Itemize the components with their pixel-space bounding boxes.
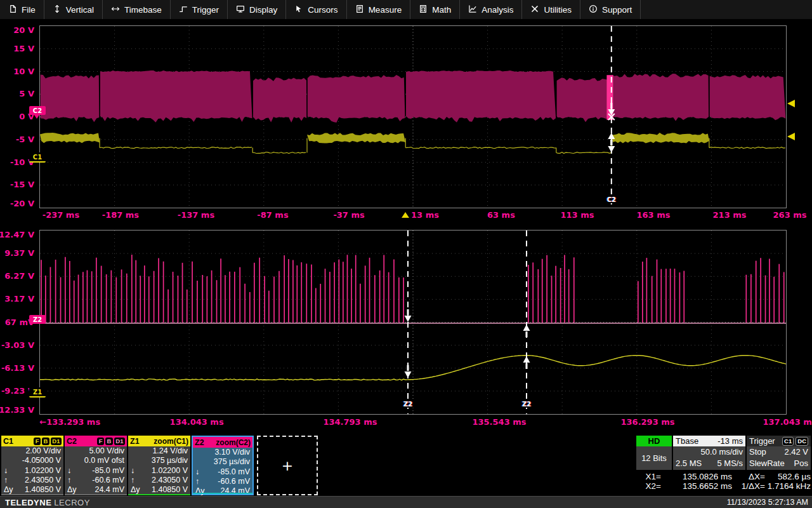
- menu-item-cursors[interactable]: Cursors: [286, 0, 346, 19]
- descriptor-box-c1[interactable]: C1FBD12.00 V/div-4.05000 V↓1.02200 V↑2.4…: [1, 436, 63, 495]
- datetime: 11/13/2023 5:27:13 AM: [727, 498, 808, 507]
- descriptor-row: 3.10 V/div: [193, 448, 252, 457]
- right-level-marker-1[interactable]: [787, 100, 795, 107]
- descriptor-box-c2[interactable]: C2FBD15.00 V/div0.0 mV ofst↓-85.0 mV↑-60…: [65, 436, 127, 495]
- trigger-summary-box[interactable]: Trigger C1 DC Stop 2.42 V SlewRate Pos: [747, 436, 811, 470]
- trace-badge-d1: D1: [51, 438, 62, 445]
- add-trace-box[interactable]: +: [257, 436, 318, 495]
- row-value: 1.02200 V: [25, 466, 61, 476]
- main-plot[interactable]: C2: [39, 25, 787, 208]
- descriptor-header-z2: Z2zoom(C2): [193, 437, 252, 448]
- trace-chip-c2[interactable]: C2: [29, 106, 46, 115]
- descriptor-row: ↑2.43050 V: [1, 476, 63, 485]
- row-value: -85.0 mV: [218, 467, 250, 477]
- descriptor-row: ↓-85.0 mV: [65, 466, 127, 476]
- trace-chip-c1[interactable]: C1: [29, 152, 46, 163]
- display-icon: [236, 4, 245, 15]
- timebase-summary-box[interactable]: Tbase -13 ms 50.0 ms/div 2.5 MS 5 MS/s: [673, 436, 745, 470]
- trace-badge-b: B: [42, 438, 49, 445]
- readout-value: 1.7164 kHz: [765, 481, 811, 491]
- c2-zero-marker: [34, 115, 39, 121]
- descriptor-box-z2[interactable]: Z2zoom(C2)3.10 V/div375 µs/div↓-85.0 mV↑…: [192, 436, 254, 495]
- descriptor-row: Δy24.4 mV: [193, 486, 252, 496]
- zoom-cursor-label-2[interactable]: Z2: [521, 401, 532, 408]
- trigger-position-marker[interactable]: [402, 208, 409, 218]
- menu-item-analysis[interactable]: Analysis: [460, 0, 522, 19]
- readout-value: X2=: [636, 481, 661, 491]
- main-x-tick: -187 ms: [102, 210, 139, 220]
- main-x-tick: -137 ms: [178, 210, 214, 220]
- menu-item-label: Vertical: [66, 5, 94, 15]
- menu-item-display[interactable]: Display: [228, 0, 286, 19]
- descriptor-row: ↓1.02200 V: [128, 466, 190, 476]
- main-x-tick: -237 ms: [43, 210, 79, 220]
- trace-id: Z1: [130, 437, 140, 446]
- trace-id: C2: [67, 437, 77, 446]
- zoom-x-tick: 134.043 ms: [170, 417, 224, 427]
- descriptor-row: 5.00 V/div: [65, 446, 127, 456]
- trace-badge-d1: D1: [114, 438, 125, 445]
- trace-state-underline: [193, 493, 252, 494]
- zoom-plot-y-axis: 12.47 V9.37 V6.27 V3.17 V67 mV-3.03 V-6.…: [0, 0, 37, 432]
- trigger-title: Trigger: [749, 436, 775, 446]
- row-value: 5.00 V/div: [89, 446, 124, 456]
- descriptor-box-z1[interactable]: Z1zoom(C1)1.24 V/div375 µs/div↓1.02200 V…: [128, 436, 190, 495]
- menu-item-timebase[interactable]: Timebase: [103, 0, 171, 19]
- measure-icon: [355, 4, 364, 15]
- menu-item-trigger[interactable]: Trigger: [171, 0, 228, 19]
- utilities-tools-icon: [530, 4, 539, 15]
- trace-chip-z2[interactable]: Z2: [29, 315, 46, 324]
- oscilloscope-screen: FileVerticalTimebaseTriggerDisplayCursor…: [0, 0, 812, 508]
- menu-item-label: Cursors: [308, 5, 337, 15]
- main-x-tick: 263 ms: [773, 210, 807, 220]
- trigger-coupling-badge: DC: [796, 437, 808, 446]
- readout-value: ΔX=: [732, 472, 765, 481]
- vertical-arrows-icon: [53, 4, 62, 15]
- readout-row: X2=135.6652 ms1/ΔX=1.7164 kHz: [636, 481, 812, 491]
- row-label: Δy: [195, 486, 205, 496]
- row-value: 375 µs/div: [152, 456, 188, 465]
- trace-badge-f: F: [34, 438, 41, 445]
- zoom-cursor-label-1[interactable]: Z2: [402, 401, 414, 408]
- main-x-tick: 13 ms: [411, 210, 439, 220]
- zoom-y-tick: -12.33 V: [0, 405, 34, 415]
- menu-item-label: Measure: [369, 5, 402, 15]
- descriptor-row: 375 µs/div: [128, 456, 190, 465]
- readout-value: 135.6652 ms: [661, 481, 732, 491]
- menu-item-label: Support: [602, 5, 632, 15]
- trace-chip-z1[interactable]: Z1: [29, 387, 46, 398]
- row-value: 1.24 V/div: [152, 446, 188, 456]
- tbase-rate: 5 MS/s: [717, 458, 743, 469]
- zoom-plot[interactable]: Z2Z2: [39, 230, 787, 415]
- trace-state-underline: [1, 494, 63, 495]
- tbase-delay: -13 ms: [717, 436, 743, 446]
- right-level-marker-2[interactable]: [787, 133, 795, 140]
- descriptor-row: ↓1.02200 V: [1, 466, 63, 476]
- zoom-y-tick: 6.27 V: [4, 271, 34, 281]
- horizontal-arrows-icon: [111, 4, 120, 15]
- menu-item-label: Utilities: [544, 5, 572, 15]
- row-label: ↑: [4, 476, 8, 485]
- main-cursor-label[interactable]: C2: [606, 196, 617, 203]
- menu-item-support[interactable]: Support: [580, 0, 641, 19]
- main-x-tick: 163 ms: [636, 210, 670, 220]
- row-label: ↓: [131, 466, 134, 476]
- menu-item-utilities[interactable]: Utilities: [522, 0, 580, 19]
- trace-badge-b: B: [105, 438, 113, 445]
- main-x-tick: 213 ms: [713, 210, 747, 220]
- descriptor-row: ↑-60.6 mV: [193, 477, 252, 486]
- row-value: 3.10 V/div: [214, 448, 250, 457]
- row-value: 2.43050 V: [25, 476, 61, 485]
- menu-bar: FileVerticalTimebaseTriggerDisplayCursor…: [0, 0, 812, 19]
- row-value: 2.43050 V: [152, 476, 188, 485]
- add-trace-icon: +: [282, 458, 293, 474]
- menu-item-measure[interactable]: Measure: [347, 0, 411, 19]
- menu-item-math[interactable]: Math: [410, 0, 460, 19]
- zoom-x-tick: ←133.293 ms: [39, 417, 100, 427]
- menu-item-vertical[interactable]: Vertical: [44, 0, 103, 19]
- main-x-tick: 113 ms: [561, 210, 594, 220]
- row-value: 1.02200 V: [152, 466, 188, 476]
- descriptor-row: ↑-60.6 mV: [65, 476, 127, 485]
- row-value: -60.6 mV: [218, 477, 250, 486]
- acquisition-hd-box[interactable]: HD 12 Bits: [636, 436, 672, 470]
